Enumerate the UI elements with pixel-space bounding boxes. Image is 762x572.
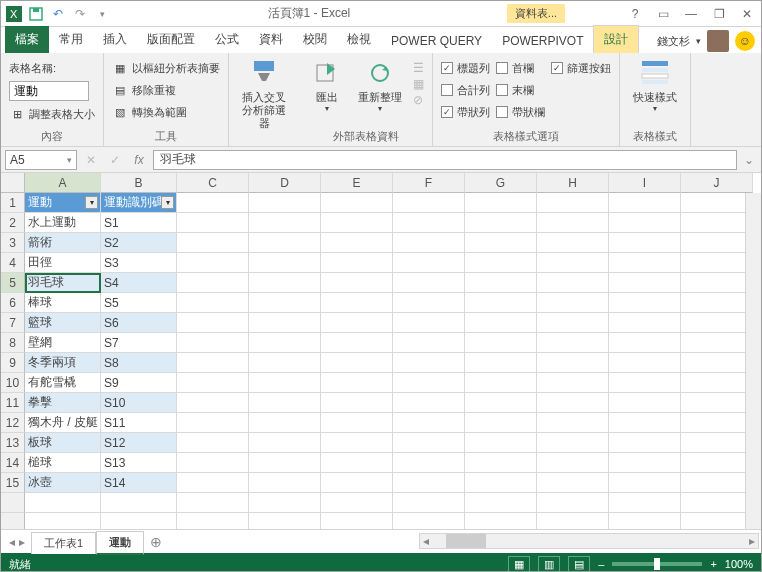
cell[interactable] bbox=[177, 353, 249, 373]
cell[interactable] bbox=[465, 353, 537, 373]
cell[interactable] bbox=[465, 373, 537, 393]
sheet-nav[interactable]: ◂ ▸ bbox=[3, 535, 31, 549]
cell[interactable] bbox=[321, 233, 393, 253]
cell[interactable] bbox=[465, 333, 537, 353]
page-break-icon[interactable]: ▤ bbox=[568, 556, 590, 572]
cell[interactable] bbox=[537, 413, 609, 433]
formula-input[interactable]: 羽毛球 bbox=[153, 150, 737, 170]
cell[interactable]: S9 bbox=[101, 373, 177, 393]
table-name-input[interactable] bbox=[9, 81, 89, 101]
cell[interactable] bbox=[249, 453, 321, 473]
cell[interactable] bbox=[609, 313, 681, 333]
cell[interactable] bbox=[393, 293, 465, 313]
column-header[interactable]: J bbox=[681, 173, 753, 193]
cell[interactable] bbox=[681, 313, 753, 333]
summarize-pivot-button[interactable]: ▦以樞紐分析表摘要 bbox=[112, 57, 220, 79]
cell[interactable] bbox=[393, 433, 465, 453]
sheet-tab-1[interactable]: 工作表1 bbox=[31, 532, 96, 554]
export-button[interactable]: 匯出▾ bbox=[307, 57, 347, 114]
redo-icon[interactable]: ↷ bbox=[71, 5, 89, 23]
cell[interactable] bbox=[681, 333, 753, 353]
row-header[interactable]: 4 bbox=[1, 253, 25, 273]
cell[interactable] bbox=[249, 273, 321, 293]
zoom-out-button[interactable]: – bbox=[598, 558, 604, 570]
cell[interactable] bbox=[537, 453, 609, 473]
cell[interactable] bbox=[321, 213, 393, 233]
banded-columns-checkbox[interactable]: 帶狀欄 bbox=[496, 101, 545, 123]
unlink-icon[interactable]: ⊘ bbox=[413, 93, 424, 107]
tab-home[interactable]: 常用 bbox=[49, 26, 93, 53]
insert-slicer-button[interactable]: 插入交叉 分析篩選器 bbox=[237, 57, 291, 131]
tab-layout[interactable]: 版面配置 bbox=[137, 26, 205, 53]
cell[interactable] bbox=[321, 313, 393, 333]
cell[interactable] bbox=[321, 393, 393, 413]
cell[interactable] bbox=[321, 433, 393, 453]
column-header[interactable]: B bbox=[101, 173, 177, 193]
cell[interactable] bbox=[609, 353, 681, 373]
cell[interactable]: 水上運動 bbox=[25, 213, 101, 233]
table-header[interactable]: 運動識別碼▾ bbox=[101, 193, 177, 213]
sheet-tab-2[interactable]: 運動 bbox=[96, 531, 144, 555]
cell[interactable] bbox=[681, 453, 753, 473]
table-header[interactable]: 運動▾ bbox=[25, 193, 101, 213]
qat-dropdown-icon[interactable]: ▾ bbox=[93, 5, 111, 23]
row-header[interactable]: 8 bbox=[1, 333, 25, 353]
row-header[interactable]: 12 bbox=[1, 413, 25, 433]
cell[interactable]: 箭術 bbox=[25, 233, 101, 253]
cell[interactable] bbox=[537, 473, 609, 493]
row-header[interactable]: 3 bbox=[1, 233, 25, 253]
cell[interactable] bbox=[681, 213, 753, 233]
cell[interactable] bbox=[249, 433, 321, 453]
cell[interactable] bbox=[537, 273, 609, 293]
banded-rows-checkbox[interactable]: ✓帶狀列 bbox=[441, 101, 490, 123]
row-header[interactable]: 13 bbox=[1, 433, 25, 453]
cell[interactable] bbox=[177, 413, 249, 433]
cell[interactable] bbox=[609, 413, 681, 433]
cell[interactable] bbox=[609, 333, 681, 353]
cell[interactable] bbox=[609, 393, 681, 413]
cell[interactable] bbox=[177, 393, 249, 413]
cell[interactable] bbox=[249, 373, 321, 393]
cell[interactable] bbox=[681, 373, 753, 393]
cell[interactable] bbox=[249, 413, 321, 433]
column-header[interactable]: I bbox=[609, 173, 681, 193]
column-header[interactable]: E bbox=[321, 173, 393, 193]
cell[interactable] bbox=[177, 333, 249, 353]
cell[interactable]: 籃球 bbox=[25, 313, 101, 333]
page-layout-icon[interactable]: ▥ bbox=[538, 556, 560, 572]
cell[interactable] bbox=[177, 273, 249, 293]
fx-icon[interactable]: fx bbox=[129, 153, 149, 167]
help-icon[interactable]: ? bbox=[625, 7, 645, 21]
cell[interactable] bbox=[537, 333, 609, 353]
tab-data[interactable]: 資料 bbox=[249, 26, 293, 53]
cell[interactable] bbox=[393, 473, 465, 493]
cell[interactable] bbox=[609, 293, 681, 313]
column-header[interactable]: H bbox=[537, 173, 609, 193]
filter-button-checkbox[interactable]: ✓篩選按鈕 bbox=[551, 57, 611, 79]
cell[interactable] bbox=[609, 473, 681, 493]
cell[interactable] bbox=[681, 293, 753, 313]
cell[interactable] bbox=[465, 453, 537, 473]
cell[interactable]: 冬季兩項 bbox=[25, 353, 101, 373]
save-icon[interactable] bbox=[27, 5, 45, 23]
cell[interactable] bbox=[537, 213, 609, 233]
cell[interactable] bbox=[537, 233, 609, 253]
browser-icon[interactable]: ▦ bbox=[413, 77, 424, 91]
cell[interactable] bbox=[609, 433, 681, 453]
cell[interactable] bbox=[681, 273, 753, 293]
cell[interactable] bbox=[393, 333, 465, 353]
cell[interactable] bbox=[177, 373, 249, 393]
cell[interactable] bbox=[465, 213, 537, 233]
cell[interactable] bbox=[321, 353, 393, 373]
cell[interactable] bbox=[465, 273, 537, 293]
cell[interactable] bbox=[465, 433, 537, 453]
cell[interactable]: 有舵雪橇 bbox=[25, 373, 101, 393]
cell[interactable] bbox=[681, 473, 753, 493]
cancel-icon[interactable]: ✕ bbox=[81, 153, 101, 167]
cell[interactable] bbox=[249, 253, 321, 273]
cell[interactable] bbox=[321, 333, 393, 353]
cell[interactable]: S14 bbox=[101, 473, 177, 493]
cell[interactable]: S11 bbox=[101, 413, 177, 433]
cell[interactable]: 板球 bbox=[25, 433, 101, 453]
row-header[interactable]: 5 bbox=[1, 273, 25, 293]
